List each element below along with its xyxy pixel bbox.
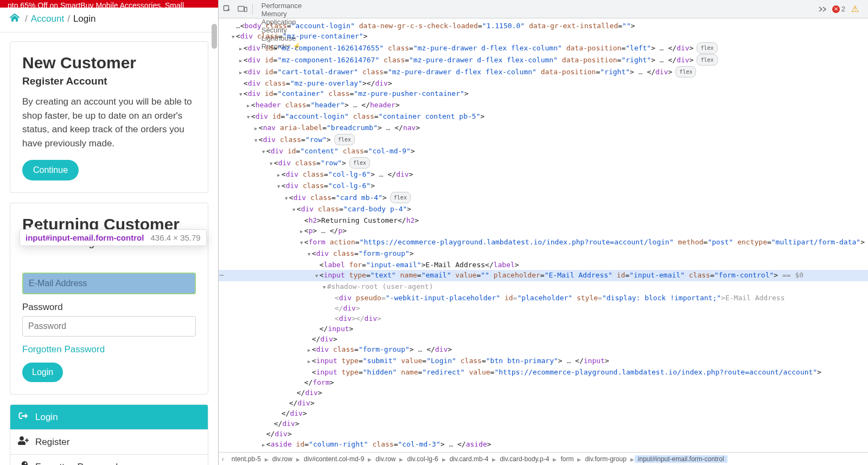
caret-icon[interactable] [291, 204, 297, 215]
devtools-toolbar: ElementsConsoleSourcesNetworkPerformance… [219, 0, 868, 18]
dom-line[interactable]: <input type="hidden" name="redirect" val… [219, 367, 868, 377]
crumb-item[interactable]: div.row [372, 455, 399, 463]
crumb-item[interactable]: div.card-body.p-4 [496, 455, 552, 463]
sidebar-item-login[interactable]: Login [10, 405, 208, 429]
promo-banner: pto 65% Off on SmartBuy Mobile Accessori… [0, 0, 218, 8]
dom-line[interactable]: <div pseudo="-webkit-input-placeholder" … [219, 293, 868, 303]
key-icon [18, 461, 29, 465]
sidebar-item-forgotten-password[interactable]: Forgotten Password [10, 454, 208, 465]
caret-icon[interactable] [276, 169, 282, 180]
crumb-item[interactable]: input#input-email.form-control [635, 455, 727, 463]
dom-line[interactable]: </div> [219, 408, 868, 418]
svg-rect-2 [244, 7, 247, 11]
dom-line[interactable]: <div id="cart-total-drawer" class="mz-pu… [219, 66, 868, 78]
dom-line[interactable]: <nav aria-label="breadcrumb"> … </nav> [219, 122, 868, 134]
dom-line[interactable]: </div> [219, 398, 868, 408]
dom-line[interactable]: <div id="mz-component-1626147655" class=… [219, 42, 868, 54]
caret-icon[interactable] [261, 146, 266, 157]
dom-line[interactable]: <p> … </p> [219, 225, 868, 237]
email-field[interactable] [22, 273, 196, 294]
dom-line[interactable]: <input type="submit" value="Login" class… [219, 356, 868, 367]
caret-icon[interactable] [299, 225, 304, 237]
caret-icon[interactable] [238, 88, 244, 100]
scrollbar[interactable] [210, 0, 218, 465]
dom-line[interactable]: <div class="col-lg-6"> … </div> [219, 169, 868, 180]
dom-line[interactable]: <div class="mz-pure-overlay"></div> [219, 78, 868, 88]
crumb-item[interactable]: div#content.col-md-9 [301, 455, 367, 463]
dom-line[interactable]: <div class="form-group"> [219, 248, 868, 260]
dom-line[interactable]: <form action="https://ecommerce-playgrou… [219, 237, 868, 248]
dom-line[interactable]: </div> [219, 429, 868, 439]
dom-line[interactable]: <div id="mz-component-162614767" class="… [219, 54, 868, 66]
crumb-item[interactable]: ntent.pb-5 [228, 455, 264, 463]
settings-icon[interactable]: ⚠ [847, 2, 863, 17]
dom-line[interactable]: <div class="col-lg-6"> [219, 180, 868, 192]
caret-icon[interactable] [307, 356, 312, 367]
breadcrumb-account[interactable]: Account [31, 14, 64, 24]
dom-line[interactable]: </div> [219, 303, 868, 313]
dom-line[interactable]: <h2>Returning Customer</h2> [219, 215, 868, 225]
dom-line[interactable]: <div class="card-body p-4"> [219, 204, 868, 215]
device-toolbar-icon[interactable] [235, 2, 250, 17]
dom-line[interactable]: <div id="content" class="col-md-9"> [219, 146, 868, 157]
dom-tree[interactable]: …<body class="account-login" data-new-gr… [219, 18, 868, 452]
caret-icon[interactable] [322, 281, 327, 293]
caret-icon[interactable] [307, 344, 312, 356]
crumb-scroll-left-icon[interactable]: ‹ [222, 455, 224, 463]
dom-line[interactable]: #shadow-root (user-agent) [219, 281, 868, 293]
tab-performance[interactable]: Performance [255, 2, 308, 10]
dom-line[interactable]: <div class="row">flex [219, 157, 868, 169]
password-field[interactable] [22, 316, 196, 337]
login-button[interactable]: Login [22, 363, 63, 382]
caret-icon[interactable] [253, 134, 259, 146]
caret-icon[interactable] [269, 158, 274, 169]
caret-icon[interactable] [307, 248, 312, 260]
dom-line[interactable]: ⋯<input type="text" name="email" value="… [219, 270, 868, 281]
caret-icon[interactable] [238, 43, 244, 54]
dom-line[interactable]: </input> [219, 324, 868, 334]
dom-line[interactable]: <div class="form-group"> … </div> [219, 344, 868, 356]
dom-line[interactable]: <div class="row">flex [219, 134, 868, 146]
crumb-item[interactable]: div.row [269, 455, 296, 463]
dom-line[interactable]: </div> [219, 418, 868, 429]
dom-line[interactable]: <div id="account-login" class="container… [219, 111, 868, 122]
home-icon[interactable] [10, 13, 20, 24]
caret-icon[interactable] [238, 67, 244, 78]
caret-icon[interactable] [284, 192, 289, 204]
overflow-icon[interactable] [815, 2, 830, 17]
dom-line[interactable]: </div> [219, 388, 868, 398]
tab-memory[interactable]: Memory [255, 10, 308, 18]
caret-icon[interactable] [253, 122, 259, 134]
breadcrumb-bar[interactable]: ‹ ntent.pb-5▶div.row▶div#content.col-md-… [219, 452, 868, 465]
continue-button[interactable]: Continue [22, 160, 79, 180]
caret-icon[interactable] [299, 237, 304, 248]
dom-line[interactable]: <label for="input-email">E-Mail Address<… [219, 260, 868, 270]
caret-icon[interactable] [231, 31, 236, 42]
caret-icon[interactable] [246, 100, 251, 111]
signin-icon [18, 411, 29, 423]
dom-line[interactable]: <div class="card mb-4">flex [219, 192, 868, 204]
sidebar-item-register[interactable]: Register [10, 429, 208, 454]
caret-icon[interactable] [238, 55, 244, 66]
dom-line[interactable]: </div> [219, 334, 868, 344]
dom-line[interactable]: …<body class="account-login" data-new-gr… [219, 21, 868, 31]
forgotten-password-link[interactable]: Forgotten Password [22, 344, 105, 355]
crumb-item[interactable]: div.col-lg-6 [404, 455, 441, 463]
error-count-badge[interactable]: ✕ 2 [832, 5, 845, 13]
dom-line[interactable]: <header class="header"> … </header> [219, 100, 868, 111]
caret-icon[interactable] [246, 111, 251, 122]
tooltip-dimensions: 436.4 × 35.79 [151, 233, 201, 242]
dom-line[interactable]: </form> [219, 377, 868, 388]
inspect-icon[interactable] [220, 2, 235, 17]
crumb-item[interactable]: div.card.mb-4 [446, 455, 492, 463]
caret-icon[interactable] [314, 270, 320, 281]
dom-line[interactable]: <aside id="column-right" class="col-md-3… [219, 439, 868, 450]
caret-icon[interactable] [261, 439, 266, 450]
dom-line[interactable]: <div id="container" class="mz-pure-pushe… [219, 88, 868, 100]
crumb-item[interactable]: div.form-group [582, 455, 629, 463]
caret-icon[interactable] [276, 180, 282, 192]
dom-line[interactable]: <div></div> [219, 313, 868, 324]
dom-line[interactable]: <div class="mz-pure-container"> [219, 31, 868, 42]
crumb-item[interactable]: form [557, 455, 577, 463]
svg-rect-1 [238, 6, 244, 11]
